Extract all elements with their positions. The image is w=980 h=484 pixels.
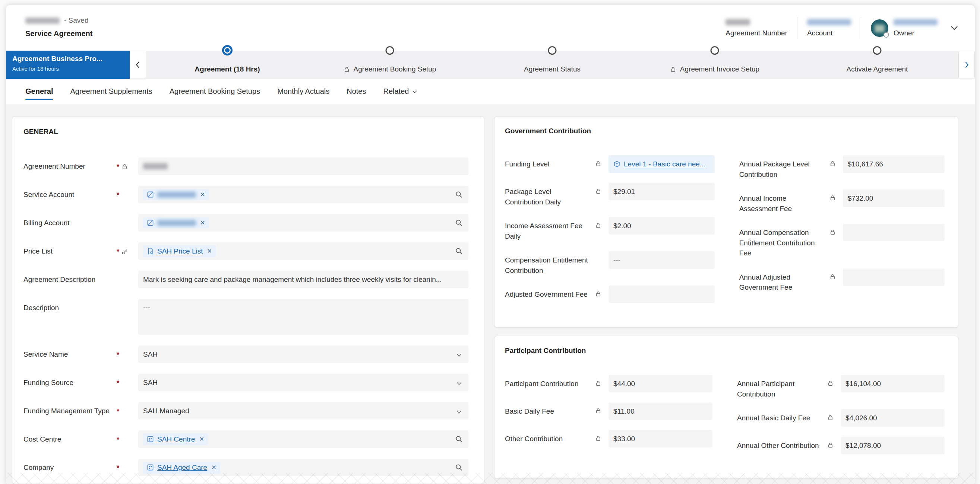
funding-management-type-select[interactable]: SAH Managed (138, 402, 468, 420)
remove-value-icon[interactable]: ✕ (207, 248, 212, 255)
bpf-stage-activate-agreement[interactable]: Activate Agreement (796, 51, 958, 79)
bpf-scroll-left-button[interactable] (130, 51, 146, 79)
lock-icon (829, 274, 836, 280)
field-annual-adjusted-government-fee: Annual Adjusted Government Fee (739, 268, 945, 293)
lookup-link[interactable]: SAH Price List (157, 247, 203, 255)
lookup-chip[interactable]: SAH Aged Care ✕ (143, 462, 220, 474)
section-title: GENERAL (24, 128, 468, 136)
field-label: Annual Adjusted Government Fee (739, 268, 829, 293)
field-label: Company (24, 462, 117, 473)
contact-icon (147, 191, 154, 198)
service-name-select[interactable]: SAH (138, 346, 468, 363)
description-textarea[interactable]: --- (138, 299, 468, 335)
tab-monthly-actuals[interactable]: Monthly Actuals (277, 87, 329, 105)
chevron-down-icon[interactable] (456, 408, 463, 415)
tab-agreement-booking-setups[interactable]: Agreement Booking Setups (170, 87, 261, 105)
field-annual-income-assessment-fee: Annual Income Assessment Fee $732.00 (739, 189, 945, 214)
currency-input[interactable]: $732.00 (843, 189, 945, 207)
field-value: $732.00 (848, 194, 873, 203)
organisation-icon (147, 464, 154, 471)
search-icon[interactable] (455, 247, 463, 255)
summary-account: Account (807, 19, 851, 37)
currency-input[interactable]: $10,617.66 (843, 155, 945, 173)
chevron-right-icon (963, 61, 970, 68)
lookup-chip[interactable]: SAH Centre ✕ (143, 433, 208, 445)
lookup-chip[interactable]: ✕ (143, 189, 209, 200)
price-list-lookup[interactable]: SAH Price List ✕ (138, 242, 468, 260)
chevron-down-icon[interactable] (456, 380, 463, 387)
chevron-down-icon (412, 89, 418, 95)
currency-input[interactable]: $16,104.00 (841, 375, 945, 392)
lookup-link[interactable]: SAH Aged Care (157, 463, 207, 472)
currency-input[interactable]: $29.01 (608, 183, 715, 200)
field-income-assessment-fee-daily: Income Assessment Fee Daily $2.00 (505, 217, 715, 241)
currency-input[interactable]: $12,078.00 (841, 437, 945, 454)
remove-value-icon[interactable]: ✕ (200, 191, 205, 198)
field-label: Annual Compensation Entitlement Contribu… (739, 224, 829, 259)
funding-source-select[interactable]: SAH (138, 374, 468, 391)
field-package-level-contribution-daily: Package Level Contribution Daily $29.01 (505, 183, 715, 207)
search-icon[interactable] (455, 463, 463, 471)
currency-input[interactable]: --- (608, 251, 715, 269)
agreement-number-input[interactable] (138, 157, 468, 175)
tab-general[interactable]: General (25, 87, 53, 105)
avatar[interactable] (871, 19, 888, 37)
tab-notes[interactable]: Notes (347, 87, 366, 105)
lock-icon (595, 435, 601, 441)
key-icon (121, 248, 128, 255)
company-lookup[interactable]: SAH Aged Care ✕ (138, 459, 468, 476)
field-adjusted-government-fee: Adjusted Government Fee (505, 286, 715, 303)
form-tabs: General Agreement Supplements Agreement … (6, 79, 975, 105)
bpf-stage-agreement[interactable]: Agreement (18 Hrs) (146, 51, 309, 79)
chevron-down-icon[interactable] (950, 23, 959, 33)
field-label: Agreement Number (24, 161, 117, 171)
currency-input[interactable]: $11.00 (608, 403, 713, 420)
field-value: --- (143, 303, 150, 312)
record-header: - Saved Service Agreement Agreement Numb… (6, 5, 975, 49)
lookup-link[interactable]: Level 1 - Basic care nee... (624, 160, 706, 168)
lookup-chip[interactable]: SAH Price List ✕ (143, 245, 216, 257)
currency-input[interactable]: $33.00 (608, 430, 713, 448)
record-window: - Saved Service Agreement Agreement Numb… (6, 5, 975, 484)
field-value: SAH (143, 350, 158, 359)
agreement-description-input[interactable]: Mark is seeking care and package managem… (138, 271, 468, 288)
field-price-list: Price List * SAH Price List (24, 242, 468, 260)
search-icon[interactable] (455, 219, 463, 227)
cost-centre-lookup[interactable]: SAH Centre ✕ (138, 430, 468, 448)
service-account-lookup[interactable]: ✕ (138, 186, 468, 203)
bpf-process-pill[interactable]: Agreement Business Pro... Active for 18 … (6, 51, 130, 79)
search-icon[interactable] (455, 190, 463, 198)
chevron-down-icon[interactable] (456, 352, 463, 359)
currency-input[interactable]: $44.00 (608, 375, 713, 392)
lookup-link[interactable]: SAH Centre (157, 435, 195, 443)
funding-level-lookup[interactable]: Level 1 - Basic care nee... (608, 155, 715, 173)
section-title: Participant Contribution (505, 347, 945, 355)
lookup-chip[interactable]: ✕ (143, 217, 209, 228)
redacted-value (157, 192, 196, 198)
field-value: $2.00 (613, 222, 631, 230)
currency-input[interactable] (608, 286, 715, 303)
currency-input[interactable]: $4,026.00 (841, 409, 945, 427)
remove-value-icon[interactable]: ✕ (211, 464, 216, 471)
currency-input[interactable] (843, 268, 945, 286)
required-marker: * (117, 351, 119, 359)
required-marker: * (117, 407, 119, 416)
remove-value-icon[interactable]: ✕ (200, 219, 205, 226)
lock-icon (595, 188, 601, 194)
lock-icon (595, 160, 601, 167)
billing-account-lookup[interactable]: ✕ (138, 214, 468, 232)
currency-input[interactable]: $2.00 (608, 217, 715, 235)
lookup-chip[interactable]: Level 1 - Basic care nee... (613, 158, 710, 170)
currency-input[interactable] (843, 224, 945, 241)
field-value: $16,104.00 (845, 380, 881, 388)
remove-value-icon[interactable]: ✕ (199, 436, 204, 443)
search-icon[interactable] (455, 435, 463, 443)
bpf-stage-agreement-invoice-setup[interactable]: Agreement Invoice Setup (633, 51, 796, 79)
header-summary: Agreement Number Account Owner (725, 17, 959, 39)
tab-agreement-supplements[interactable]: Agreement Supplements (70, 87, 152, 105)
tab-related[interactable]: Related (383, 87, 418, 105)
bpf-stage-agreement-booking-setup[interactable]: Agreement Booking Setup (309, 51, 471, 79)
bpf-stage-agreement-status[interactable]: Agreement Status (471, 51, 633, 79)
field-label: Price List (24, 246, 117, 257)
bpf-scroll-right-button[interactable] (958, 51, 975, 79)
